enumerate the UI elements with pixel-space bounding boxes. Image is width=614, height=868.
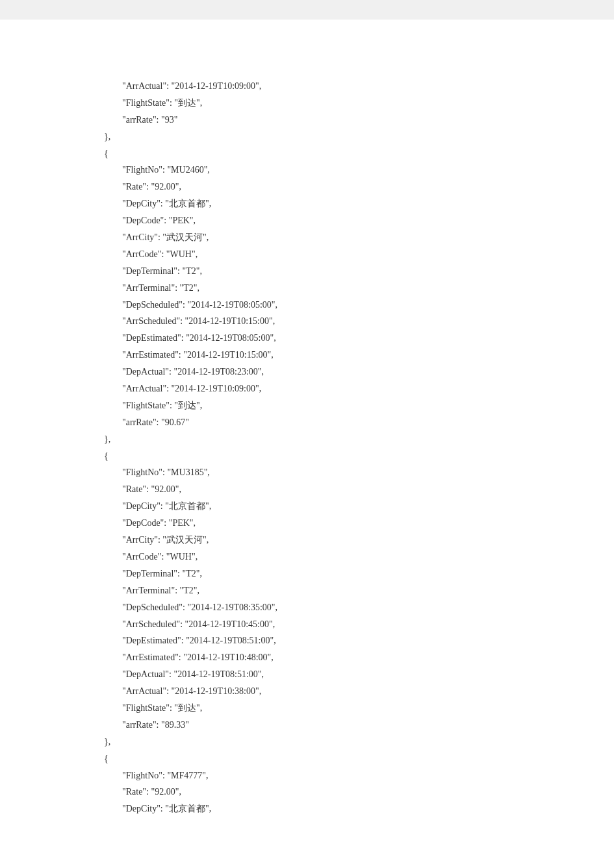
- code-line: "DepScheduled": "2014-12-19T08:05:00",: [104, 297, 611, 314]
- code-line: "DepScheduled": "2014-12-19T08:35:00",: [104, 599, 611, 616]
- code-line: "ArrCity": "武汉天河",: [104, 229, 611, 246]
- code-line: "FlightState": "到达",: [104, 397, 611, 414]
- code-line: "FlightNo": "MU3185",: [104, 464, 611, 481]
- code-line: "ArrActual": "2014-12-19T10:09:00",: [104, 78, 611, 95]
- code-line: "ArrCity": "武汉天河",: [104, 532, 611, 549]
- code-line: "DepCode": "PEK",: [104, 515, 611, 532]
- code-line: "ArrCode": "WUH",: [104, 549, 611, 565]
- code-block: "ArrActual": "2014-12-19T10:09:00", "Fli…: [104, 78, 611, 817]
- code-line: "DepActual": "2014-12-19T08:23:00",: [104, 364, 611, 380]
- code-line: "ArrEstimated": "2014-12-19T10:48:00",: [104, 649, 611, 666]
- document-page: "ArrActual": "2014-12-19T10:09:00", "Fli…: [0, 19, 614, 868]
- code-line: "ArrCode": "WUH",: [104, 246, 611, 263]
- code-line: "arrRate": "90.67": [104, 414, 611, 431]
- code-line: "DepTerminal": "T2",: [104, 565, 611, 582]
- code-line: "FlightNo": "MF4777",: [104, 767, 611, 784]
- code-line: {: [104, 750, 611, 767]
- code-line: "FlightState": "到达",: [104, 95, 611, 112]
- code-line: "DepEstimated": "2014-12-19T08:51:00",: [104, 632, 611, 649]
- code-line: "arrRate": "89.33": [104, 717, 611, 734]
- code-line: "DepEstimated": "2014-12-19T08:05:00",: [104, 330, 611, 347]
- code-line: "ArrActual": "2014-12-19T10:38:00",: [104, 683, 611, 700]
- code-line: "FlightNo": "MU2460",: [104, 162, 611, 179]
- code-line: "DepCode": "PEK",: [104, 212, 611, 229]
- code-line: },: [104, 129, 611, 145]
- code-line: {: [104, 448, 611, 465]
- code-line: "Rate": "92.00",: [104, 784, 611, 800]
- code-line: "ArrScheduled": "2014-12-19T10:45:00",: [104, 616, 611, 633]
- code-line: "Rate": "92.00",: [104, 179, 611, 195]
- code-line: "ArrActual": "2014-12-19T10:09:00",: [104, 380, 611, 397]
- code-line: "FlightState": "到达",: [104, 700, 611, 717]
- code-line: "DepCity": "北京首都",: [104, 498, 611, 515]
- code-line: "DepCity": "北京首都",: [104, 800, 611, 817]
- code-line: "DepCity": "北京首都",: [104, 195, 611, 212]
- code-line: {: [104, 145, 611, 162]
- code-line: "Rate": "92.00",: [104, 481, 611, 498]
- code-line: "DepActual": "2014-12-19T08:51:00",: [104, 666, 611, 683]
- code-line: "ArrTerminal": "T2",: [104, 280, 611, 297]
- code-line: },: [104, 734, 611, 750]
- code-line: "ArrTerminal": "T2",: [104, 582, 611, 599]
- code-line: "arrRate": "93": [104, 112, 611, 129]
- code-line: "ArrEstimated": "2014-12-19T10:15:00",: [104, 347, 611, 364]
- code-line: "ArrScheduled": "2014-12-19T10:15:00",: [104, 313, 611, 330]
- code-line: },: [104, 431, 611, 448]
- code-line: "DepTerminal": "T2",: [104, 263, 611, 280]
